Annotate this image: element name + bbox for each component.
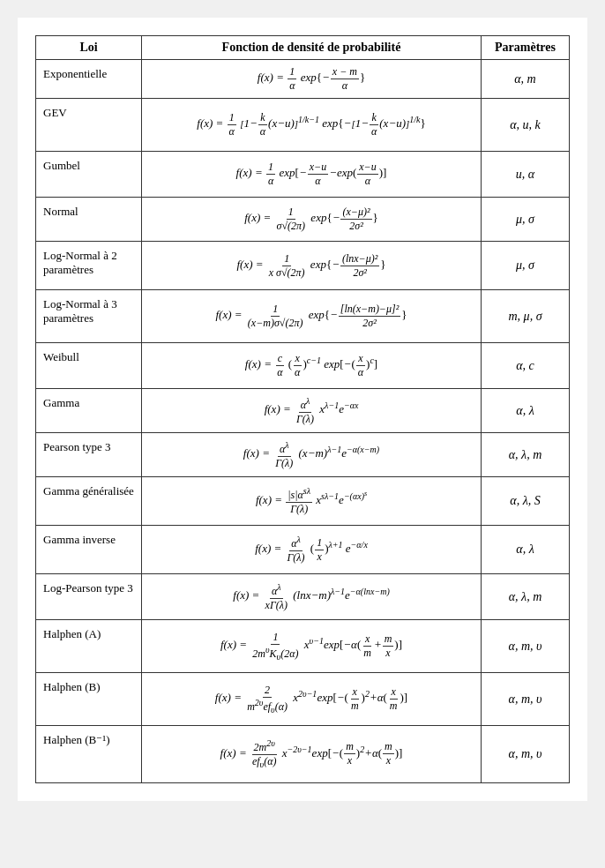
law-gammaI: Gamma inverse	[36, 526, 142, 574]
formula-gumbel: f(x) = 1α exp[−x−uα−exp(x−uα)]	[142, 152, 482, 198]
params-halphenBinv: α, m, υ	[482, 726, 570, 783]
params-gammaG: α, λ, S	[482, 477, 570, 526]
formula-logpearson: f(x) = αλxΓ(λ) (lnx−m)λ−1e−α(lnx−m)	[142, 574, 482, 620]
formula-halphenA: f(x) = 12mυKυ(2α) xυ−1exp[−α(xm+mx)]	[142, 620, 482, 673]
law-gev: GEV	[36, 99, 142, 152]
formula-gamma: f(x) = αλΓ(λ) xλ−1e−αx	[142, 389, 482, 433]
table-row: Gamma généralisée f(x) = |s|αsλΓ(λ) xsλ−…	[36, 477, 570, 526]
params-exponentielle: α, m	[482, 60, 570, 99]
law-lognorm2: Log-Normal à 2 paramètres	[36, 242, 142, 290]
table-row: Log-Pearson type 3 f(x) = αλxΓ(λ) (lnx−m…	[36, 574, 570, 620]
table-row: Halphen (A) f(x) = 12mυKυ(2α) xυ−1exp[−α…	[36, 620, 570, 673]
law-normal: Normal	[36, 198, 142, 242]
params-pearson3: α, λ, m	[482, 433, 570, 477]
formula-gev: f(x) = 1α [1−kα(x−u)]1/k−1 exp{−[1−kα(x−…	[142, 99, 482, 152]
formula-halphenBinv: f(x) = 2m2υefυ(α) x−2υ−1exp[−(mx)2+α(mx)…	[142, 726, 482, 783]
formula-gammaG: f(x) = |s|αsλΓ(λ) xsλ−1e−(αx)s	[142, 477, 482, 526]
law-gammaG: Gamma généralisée	[36, 477, 142, 526]
law-halphenB: Halphen (B)	[36, 673, 142, 726]
formula-exponentielle: f(x) = 1α exp{−x − mα}	[142, 60, 482, 99]
law-pearson3: Pearson type 3	[36, 433, 142, 477]
table-row: Pearson type 3 f(x) = αλΓ(λ) (x−m)λ−1e−α…	[36, 433, 570, 477]
table-row: Exponentielle f(x) = 1α exp{−x − mα} α, …	[36, 60, 570, 99]
params-halphenB: α, m, υ	[482, 673, 570, 726]
formula-halphenB: f(x) = 2m2υefυ(α) x2υ−1exp[−(xm)2+α(xm)]	[142, 673, 482, 726]
table-row: Log-Normal à 3 paramètres f(x) = 1(x−m)σ…	[36, 290, 570, 343]
law-gumbel: Gumbel	[36, 152, 142, 198]
law-exponentielle: Exponentielle	[36, 60, 142, 99]
params-lognorm2: μ, σ	[482, 242, 570, 290]
header-law: Loi	[36, 36, 142, 60]
params-gumbel: u, α	[482, 152, 570, 198]
params-gammaI: α, λ	[482, 526, 570, 574]
params-weibull: α, c	[482, 343, 570, 389]
table-row: Gamma f(x) = αλΓ(λ) xλ−1e−αx α, λ	[36, 389, 570, 433]
table-row: Halphen (B) f(x) = 2m2υefυ(α) x2υ−1exp[−…	[36, 673, 570, 726]
header-params: Paramètres	[482, 36, 570, 60]
params-gamma: α, λ	[482, 389, 570, 433]
table-row: Gumbel f(x) = 1α exp[−x−uα−exp(x−uα)] u,…	[36, 152, 570, 198]
header-formula: Fonction de densité de probabilité	[142, 36, 482, 60]
law-lognorm3: Log-Normal à 3 paramètres	[36, 290, 142, 343]
law-gamma: Gamma	[36, 389, 142, 433]
law-logpearson: Log-Pearson type 3	[36, 574, 142, 620]
table-row: Normal f(x) = 1σ√(2π) exp{−(x−μ)²2σ²} μ,…	[36, 198, 570, 242]
formula-pearson3: f(x) = αλΓ(λ) (x−m)λ−1e−α(x−m)	[142, 433, 482, 477]
table-row: GEV f(x) = 1α [1−kα(x−u)]1/k−1 exp{−[1−k…	[36, 99, 570, 152]
params-gev: α, u, k	[482, 99, 570, 152]
formula-normal: f(x) = 1σ√(2π) exp{−(x−μ)²2σ²}	[142, 198, 482, 242]
table-row: Gamma inverse f(x) = αλΓ(λ) (1x)λ+1 e−α/…	[36, 526, 570, 574]
distribution-table: Loi Fonction de densité de probabilité P…	[35, 35, 570, 783]
params-normal: μ, σ	[482, 198, 570, 242]
params-logpearson: α, λ, m	[482, 574, 570, 620]
law-halphenA: Halphen (A)	[36, 620, 142, 673]
params-lognorm3: m, μ, σ	[482, 290, 570, 343]
formula-lognorm3: f(x) = 1(x−m)σ√(2π) exp{−[ln(x−m)−μ]²2σ²…	[142, 290, 482, 343]
formula-gammaI: f(x) = αλΓ(λ) (1x)λ+1 e−α/x	[142, 526, 482, 574]
table-row: Weibull f(x) = cα (xα)c−1 exp[−(xα)c] α,…	[36, 343, 570, 389]
law-weibull: Weibull	[36, 343, 142, 389]
formula-weibull: f(x) = cα (xα)c−1 exp[−(xα)c]	[142, 343, 482, 389]
table-row: Log-Normal à 2 paramètres f(x) = 1x σ√(2…	[36, 242, 570, 290]
page: Loi Fonction de densité de probabilité P…	[18, 18, 587, 801]
formula-lognorm2: f(x) = 1x σ√(2π) exp{−(lnx−μ)²2σ²}	[142, 242, 482, 290]
table-row: Halphen (B⁻¹) f(x) = 2m2υefυ(α) x−2υ−1ex…	[36, 726, 570, 783]
params-halphenA: α, m, υ	[482, 620, 570, 673]
law-halphenBinv: Halphen (B⁻¹)	[36, 726, 142, 783]
